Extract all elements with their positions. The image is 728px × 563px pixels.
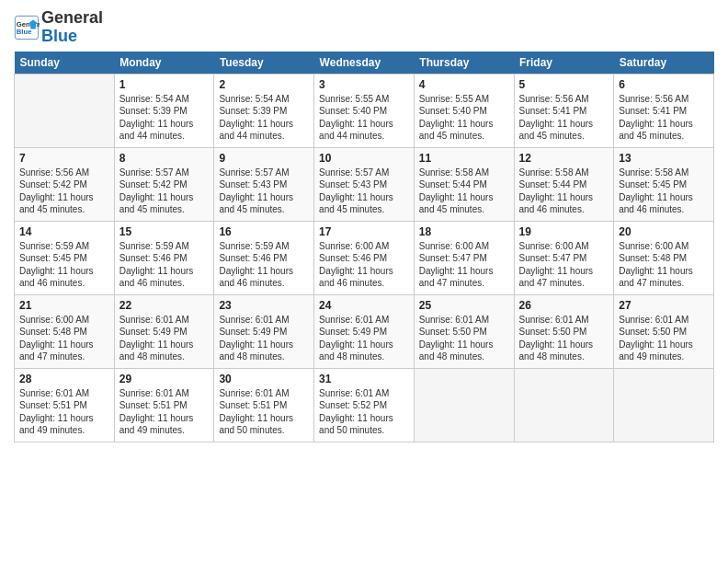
- calendar-cell: 5Sunrise: 5:56 AM Sunset: 5:41 PM Daylig…: [514, 74, 614, 147]
- day-info: Sunrise: 5:57 AM Sunset: 5:42 PM Dayligh…: [119, 167, 210, 216]
- day-info: Sunrise: 6:01 AM Sunset: 5:50 PM Dayligh…: [419, 314, 509, 363]
- day-number: 11: [419, 152, 509, 165]
- calendar-cell: 14Sunrise: 5:59 AM Sunset: 5:45 PM Dayli…: [15, 221, 115, 294]
- day-info: Sunrise: 6:00 AM Sunset: 5:46 PM Dayligh…: [319, 240, 409, 290]
- day-number: 13: [619, 152, 709, 165]
- calendar-table: SundayMondayTuesdayWednesdayThursdayFrid…: [14, 52, 714, 442]
- calendar-cell: 16Sunrise: 5:59 AM Sunset: 5:46 PM Dayli…: [214, 221, 314, 294]
- day-info: Sunrise: 5:58 AM Sunset: 5:44 PM Dayligh…: [519, 167, 609, 216]
- day-number: 7: [19, 152, 109, 165]
- day-number: 30: [219, 373, 309, 385]
- calendar-cell: 1Sunrise: 5:54 AM Sunset: 5:39 PM Daylig…: [114, 74, 214, 147]
- calendar-cell: 8Sunrise: 5:57 AM Sunset: 5:42 PM Daylig…: [114, 147, 214, 221]
- calendar-cell: 11Sunrise: 5:58 AM Sunset: 5:44 PM Dayli…: [414, 147, 514, 221]
- calendar-cell: 22Sunrise: 6:01 AM Sunset: 5:49 PM Dayli…: [114, 294, 214, 368]
- week-row-1: 1Sunrise: 5:54 AM Sunset: 5:39 PM Daylig…: [15, 74, 714, 147]
- calendar-cell: 17Sunrise: 6:00 AM Sunset: 5:46 PM Dayli…: [314, 221, 415, 294]
- day-info: Sunrise: 5:55 AM Sunset: 5:40 PM Dayligh…: [419, 93, 509, 143]
- day-number: 31: [319, 373, 409, 385]
- weekday-header-wednesday: Wednesday: [314, 52, 415, 75]
- header: General Blue GeneralBlue: [14, 9, 714, 46]
- weekday-header-thursday: Thursday: [414, 52, 514, 75]
- calendar-cell: 2Sunrise: 5:54 AM Sunset: 5:39 PM Daylig…: [214, 74, 314, 147]
- day-number: 25: [419, 299, 509, 312]
- day-info: Sunrise: 6:00 AM Sunset: 5:48 PM Dayligh…: [619, 240, 709, 290]
- day-number: 27: [619, 299, 709, 312]
- day-info: Sunrise: 5:56 AM Sunset: 5:41 PM Dayligh…: [519, 93, 609, 143]
- day-info: Sunrise: 6:01 AM Sunset: 5:50 PM Dayligh…: [619, 314, 709, 363]
- day-info: Sunrise: 5:59 AM Sunset: 5:46 PM Dayligh…: [119, 240, 210, 290]
- week-row-2: 7Sunrise: 5:56 AM Sunset: 5:42 PM Daylig…: [15, 147, 714, 221]
- calendar-cell: 28Sunrise: 6:01 AM Sunset: 5:51 PM Dayli…: [15, 368, 115, 442]
- day-info: Sunrise: 6:00 AM Sunset: 5:48 PM Dayligh…: [19, 314, 109, 363]
- calendar-cell: 30Sunrise: 6:01 AM Sunset: 5:51 PM Dayli…: [214, 368, 314, 442]
- calendar-cell: 23Sunrise: 6:01 AM Sunset: 5:49 PM Dayli…: [214, 294, 314, 368]
- day-info: Sunrise: 6:01 AM Sunset: 5:49 PM Dayligh…: [119, 314, 210, 363]
- svg-text:Blue: Blue: [17, 28, 32, 36]
- calendar-cell: [514, 368, 614, 442]
- calendar-cell: 3Sunrise: 5:55 AM Sunset: 5:40 PM Daylig…: [314, 74, 415, 147]
- day-info: Sunrise: 5:57 AM Sunset: 5:43 PM Dayligh…: [319, 167, 409, 216]
- weekday-header-sunday: Sunday: [15, 52, 115, 75]
- day-number: 5: [519, 78, 609, 91]
- day-number: 6: [619, 78, 709, 91]
- week-row-3: 14Sunrise: 5:59 AM Sunset: 5:45 PM Dayli…: [15, 221, 714, 294]
- day-info: Sunrise: 5:58 AM Sunset: 5:45 PM Dayligh…: [619, 167, 709, 216]
- week-row-5: 28Sunrise: 6:01 AM Sunset: 5:51 PM Dayli…: [15, 368, 714, 442]
- calendar-cell: 21Sunrise: 6:00 AM Sunset: 5:48 PM Dayli…: [15, 294, 115, 368]
- day-number: 16: [219, 225, 309, 238]
- weekday-header-saturday: Saturday: [614, 52, 714, 75]
- day-number: 8: [119, 152, 210, 165]
- day-info: Sunrise: 5:54 AM Sunset: 5:39 PM Dayligh…: [119, 93, 210, 143]
- weekday-header-tuesday: Tuesday: [214, 52, 314, 75]
- logo: General Blue GeneralBlue: [14, 9, 103, 46]
- calendar-cell: 29Sunrise: 6:01 AM Sunset: 5:51 PM Dayli…: [114, 368, 214, 442]
- day-number: 29: [119, 373, 210, 385]
- day-info: Sunrise: 6:01 AM Sunset: 5:49 PM Dayligh…: [319, 314, 409, 363]
- calendar-cell: 9Sunrise: 5:57 AM Sunset: 5:43 PM Daylig…: [214, 147, 314, 221]
- day-number: 19: [519, 225, 609, 238]
- calendar-cell: 27Sunrise: 6:01 AM Sunset: 5:50 PM Dayli…: [614, 294, 714, 368]
- calendar-cell: [414, 368, 514, 442]
- day-info: Sunrise: 6:01 AM Sunset: 5:51 PM Dayligh…: [19, 387, 109, 437]
- logo-text: GeneralBlue: [41, 9, 103, 46]
- calendar-cell: 6Sunrise: 5:56 AM Sunset: 5:41 PM Daylig…: [614, 74, 714, 147]
- calendar-cell: 19Sunrise: 6:00 AM Sunset: 5:47 PM Dayli…: [514, 221, 614, 294]
- day-info: Sunrise: 5:56 AM Sunset: 5:41 PM Dayligh…: [619, 93, 709, 143]
- weekday-header-friday: Friday: [514, 52, 614, 75]
- day-number: 15: [119, 225, 210, 238]
- calendar-cell: 13Sunrise: 5:58 AM Sunset: 5:45 PM Dayli…: [614, 147, 714, 221]
- calendar-cell: 4Sunrise: 5:55 AM Sunset: 5:40 PM Daylig…: [414, 74, 514, 147]
- day-info: Sunrise: 5:57 AM Sunset: 5:43 PM Dayligh…: [219, 167, 309, 216]
- week-row-4: 21Sunrise: 6:00 AM Sunset: 5:48 PM Dayli…: [15, 294, 714, 368]
- calendar-cell: 12Sunrise: 5:58 AM Sunset: 5:44 PM Dayli…: [514, 147, 614, 221]
- day-number: 12: [519, 152, 609, 165]
- weekday-header-monday: Monday: [114, 52, 214, 75]
- day-number: 22: [119, 299, 210, 312]
- day-info: Sunrise: 6:01 AM Sunset: 5:52 PM Dayligh…: [319, 387, 409, 437]
- day-number: 23: [219, 299, 309, 312]
- calendar-cell: 20Sunrise: 6:00 AM Sunset: 5:48 PM Dayli…: [614, 221, 714, 294]
- day-number: 21: [19, 299, 109, 312]
- day-info: Sunrise: 5:59 AM Sunset: 5:46 PM Dayligh…: [219, 240, 309, 290]
- day-number: 28: [19, 373, 109, 385]
- calendar-cell: 18Sunrise: 6:00 AM Sunset: 5:47 PM Dayli…: [414, 221, 514, 294]
- day-number: 26: [519, 299, 609, 312]
- calendar-page: General Blue GeneralBlue SundayMondayTue…: [0, 0, 728, 452]
- calendar-cell: 10Sunrise: 5:57 AM Sunset: 5:43 PM Dayli…: [314, 147, 415, 221]
- weekday-header-row: SundayMondayTuesdayWednesdayThursdayFrid…: [15, 52, 714, 75]
- day-info: Sunrise: 5:59 AM Sunset: 5:45 PM Dayligh…: [19, 240, 109, 290]
- svg-text:General: General: [17, 19, 40, 28]
- day-info: Sunrise: 6:01 AM Sunset: 5:50 PM Dayligh…: [519, 314, 609, 363]
- day-info: Sunrise: 6:01 AM Sunset: 5:51 PM Dayligh…: [219, 387, 309, 437]
- day-number: 20: [619, 225, 709, 238]
- day-number: 18: [419, 225, 509, 238]
- day-info: Sunrise: 6:01 AM Sunset: 5:51 PM Dayligh…: [119, 387, 210, 437]
- day-number: 4: [419, 78, 509, 91]
- day-info: Sunrise: 5:55 AM Sunset: 5:40 PM Dayligh…: [319, 93, 409, 143]
- day-info: Sunrise: 6:01 AM Sunset: 5:49 PM Dayligh…: [219, 314, 309, 363]
- calendar-cell: 26Sunrise: 6:01 AM Sunset: 5:50 PM Dayli…: [514, 294, 614, 368]
- day-number: 9: [219, 152, 309, 165]
- calendar-cell: [15, 74, 115, 147]
- day-info: Sunrise: 5:54 AM Sunset: 5:39 PM Dayligh…: [219, 93, 309, 143]
